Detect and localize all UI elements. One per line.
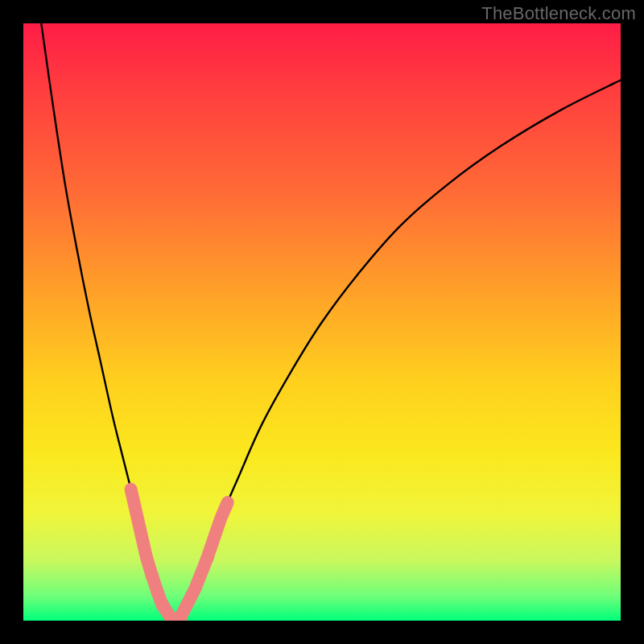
svg-line-9 (207, 518, 221, 559)
svg-line-10 (221, 502, 227, 516)
bottleneck-curve (23, 23, 621, 621)
chart-container: TheBottleneck.com (0, 0, 644, 644)
plot-area (23, 23, 621, 621)
watermark-text: TheBottleneck.com (481, 3, 636, 24)
svg-line-0 (131, 489, 147, 557)
svg-line-6 (179, 588, 195, 620)
